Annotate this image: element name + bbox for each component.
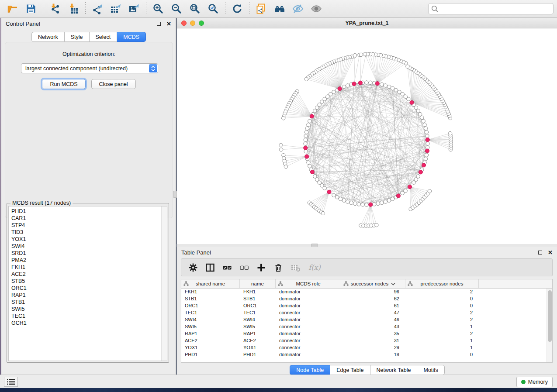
ring-node[interactable] xyxy=(426,142,429,145)
open-session-button[interactable] xyxy=(3,1,22,16)
mcds-result-item[interactable]: STB5 xyxy=(11,278,167,285)
ring-node[interactable] xyxy=(384,84,387,87)
deselect-all-button[interactable] xyxy=(238,261,251,274)
save-session-button[interactable] xyxy=(22,1,40,16)
ring-node[interactable] xyxy=(323,186,326,190)
cell-name[interactable]: ORC1 xyxy=(240,303,276,309)
cell-successor-nodes[interactable]: 47 xyxy=(341,309,405,316)
column-header-name[interactable]: name xyxy=(240,279,276,288)
cell-predecessor-nodes[interactable]: 1 xyxy=(405,323,479,330)
ring-node[interactable] xyxy=(313,175,317,178)
table-row[interactable]: TEC1TEC1connector472 xyxy=(181,309,552,316)
float-panel-icon[interactable] xyxy=(157,22,161,26)
cell-successor-nodes[interactable]: 96 xyxy=(341,289,405,296)
cell-MCDS-role[interactable]: dominator xyxy=(276,289,341,296)
mcds-result-item[interactable]: STB1 xyxy=(11,299,167,306)
ring-node[interactable] xyxy=(304,138,307,141)
column-header-successor-nodes[interactable]: successor nodes xyxy=(341,279,405,288)
close-panel-icon[interactable]: ✕ xyxy=(166,21,171,27)
ring-node[interactable] xyxy=(394,88,398,92)
cell-shared-name[interactable]: RAP1 xyxy=(181,330,240,337)
ring-node[interactable] xyxy=(323,97,326,101)
table-row[interactable]: ACE2ACE2connector311 xyxy=(181,337,552,344)
ring-node[interactable] xyxy=(412,181,415,184)
mcds-result-item[interactable]: STP4 xyxy=(11,222,167,229)
satellite-node[interactable] xyxy=(428,189,431,193)
ring-node[interactable] xyxy=(380,201,384,204)
mcds-result-item[interactable]: CAR1 xyxy=(11,215,167,222)
mcds-result-item[interactable]: GCR1 xyxy=(11,320,167,327)
zoom-selected-button[interactable] xyxy=(204,1,222,16)
tab-mcds[interactable]: MCDS xyxy=(117,32,146,42)
table-row[interactable]: SWI4SWI4dominator462 xyxy=(181,316,552,323)
ring-node[interactable] xyxy=(346,84,349,87)
mcds-hub-node[interactable] xyxy=(310,170,314,174)
ring-node[interactable] xyxy=(357,203,360,206)
ring-node[interactable] xyxy=(365,81,368,84)
mcds-hub-node[interactable] xyxy=(338,87,342,91)
network-window-titlebar[interactable]: YPA_prune.txt_1 xyxy=(177,18,557,28)
cell-shared-name[interactable]: ACE2 xyxy=(181,337,240,344)
mcds-result-item[interactable]: YOX1 xyxy=(11,236,167,243)
cell-shared-name[interactable]: SWI5 xyxy=(181,323,240,330)
cell-successor-nodes[interactable]: 18 xyxy=(341,351,405,358)
table-row[interactable]: STB1STB1dominator620 xyxy=(181,296,552,303)
cell-MCDS-role[interactable]: dominator xyxy=(276,351,341,358)
cell-shared-name[interactable]: SWI4 xyxy=(181,316,240,323)
search-input[interactable] xyxy=(428,3,554,14)
satellite-node[interactable] xyxy=(375,223,378,227)
cell-shared-name[interactable]: FKH1 xyxy=(181,289,240,296)
window-close-icon[interactable] xyxy=(181,21,187,26)
zoom-fit-button[interactable] xyxy=(186,1,204,16)
mcds-result-item[interactable]: RAP1 xyxy=(11,292,167,299)
cell-predecessor-nodes[interactable]: 2 xyxy=(405,316,479,323)
satellite-node[interactable] xyxy=(321,211,325,215)
mcds-result-item[interactable]: TEC1 xyxy=(11,313,167,320)
satellite-node[interactable] xyxy=(359,53,363,56)
ring-node[interactable] xyxy=(313,109,317,113)
cell-shared-name[interactable]: TEC1 xyxy=(181,309,240,316)
tab-network-table[interactable]: Network Table xyxy=(370,365,418,375)
export-image-button[interactable] xyxy=(125,1,143,16)
zoom-in-button[interactable] xyxy=(149,1,167,16)
cell-name[interactable]: STB1 xyxy=(240,296,276,303)
table-row[interactable]: SWI5SWI5connector431 xyxy=(181,323,552,330)
ring-node[interactable] xyxy=(304,142,307,145)
cell-shared-name[interactable]: ORC1 xyxy=(181,303,240,309)
ring-node[interactable] xyxy=(419,112,422,116)
mcds-result-item[interactable]: SWI4 xyxy=(11,243,167,250)
cell-successor-nodes[interactable]: 31 xyxy=(341,337,405,344)
ring-node[interactable] xyxy=(305,127,309,130)
ring-node[interactable] xyxy=(361,203,364,206)
ring-node[interactable] xyxy=(332,193,336,197)
satellite-node[interactable] xyxy=(304,77,308,81)
mcds-hub-node[interactable] xyxy=(425,149,429,153)
ring-node[interactable] xyxy=(404,189,407,193)
mcds-hub-node[interactable] xyxy=(422,163,426,167)
zoom-out-button[interactable] xyxy=(167,1,186,16)
hide-selected-button[interactable] xyxy=(289,1,307,16)
ring-node[interactable] xyxy=(308,119,311,123)
ring-node[interactable] xyxy=(425,153,428,157)
ring-node[interactable] xyxy=(304,131,308,134)
ring-node[interactable] xyxy=(304,134,308,138)
cell-predecessor-nodes[interactable]: 1 xyxy=(405,344,479,351)
select-all-button[interactable] xyxy=(221,261,234,274)
delete-column-button[interactable] xyxy=(272,261,285,274)
close-table-panel-icon[interactable]: ✕ xyxy=(548,250,553,255)
column-header-shared-name[interactable]: shared name xyxy=(181,279,240,288)
ring-node[interactable] xyxy=(315,106,319,110)
ring-node[interactable] xyxy=(426,134,429,138)
ring-node[interactable] xyxy=(387,85,391,89)
ring-node[interactable] xyxy=(384,200,387,203)
cell-name[interactable]: FKH1 xyxy=(240,289,276,296)
tab-network[interactable]: Network xyxy=(31,32,65,42)
tab-motifs[interactable]: Motifs xyxy=(417,365,444,375)
ring-node[interactable] xyxy=(308,164,311,168)
cell-MCDS-role[interactable]: connector xyxy=(276,309,341,316)
ring-node[interactable] xyxy=(342,85,346,89)
cell-MCDS-role[interactable]: dominator xyxy=(276,316,341,323)
ring-node[interactable] xyxy=(332,90,336,94)
cell-shared-name[interactable]: STB1 xyxy=(181,296,240,303)
cell-predecessor-nodes[interactable]: 2 xyxy=(405,330,479,337)
